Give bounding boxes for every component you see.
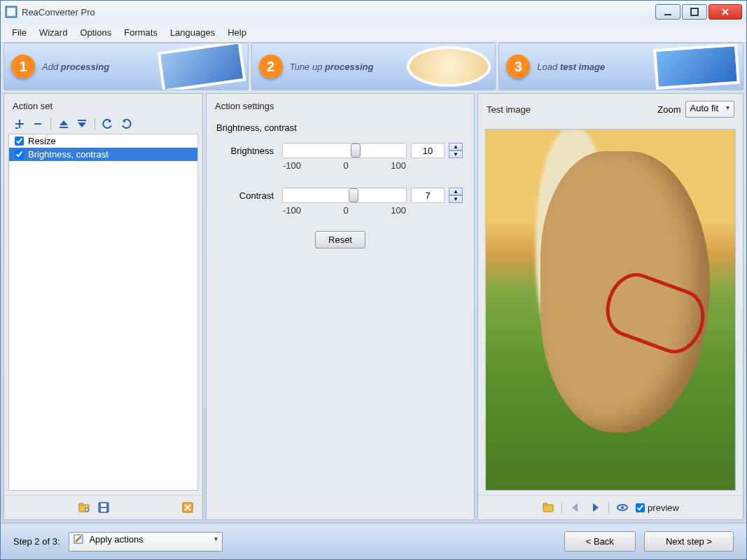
menu-options[interactable]: Options bbox=[74, 26, 117, 39]
contrast-spin-up[interactable]: ▲ bbox=[449, 188, 463, 195]
action-item-resize-label: Resize bbox=[28, 136, 56, 146]
move-down-icon[interactable] bbox=[76, 118, 88, 130]
brightness-row: Brightness -100 0 100 ▲ ▼ bbox=[216, 143, 464, 158]
action-settings-panel: Action settings Brightness, contrast Bri… bbox=[206, 93, 475, 520]
svg-rect-10 bbox=[60, 127, 68, 128]
step-counter: Step 2 of 3: bbox=[13, 536, 60, 547]
redo-icon[interactable] bbox=[120, 118, 132, 130]
move-up-icon[interactable] bbox=[58, 118, 69, 130]
undo-icon[interactable] bbox=[102, 118, 113, 130]
menu-help[interactable]: Help bbox=[222, 26, 252, 39]
preview-toggle[interactable]: preview bbox=[636, 503, 679, 513]
action-settings-section: Brightness, contrast bbox=[216, 122, 464, 133]
step-dropdown[interactable]: Apply actions bbox=[69, 532, 223, 552]
action-item-brightness-contrast-checkbox[interactable] bbox=[15, 150, 24, 159]
test-image-header: Test image Zoom Auto fit bbox=[478, 94, 743, 125]
action-settings-header: Action settings bbox=[207, 94, 474, 118]
brightness-label: Brightness bbox=[216, 146, 278, 156]
svg-marker-9 bbox=[60, 120, 68, 125]
menubar: File Wizard Options Formats Languages He… bbox=[1, 23, 746, 43]
contrast-thumb bbox=[349, 188, 358, 202]
test-image-footer: preview bbox=[478, 495, 743, 519]
svg-rect-11 bbox=[78, 120, 86, 121]
prev-image-icon[interactable] bbox=[569, 501, 582, 514]
step-3-number: 3 bbox=[506, 55, 530, 78]
test-image-title: Test image bbox=[487, 104, 531, 115]
action-list: Resize Brightness, contrast bbox=[8, 134, 198, 491]
brightness-value[interactable] bbox=[411, 143, 445, 158]
close-button[interactable] bbox=[708, 4, 742, 20]
contrast-row: Contrast -100 0 100 ▲ ▼ bbox=[216, 188, 464, 203]
svg-rect-21 bbox=[101, 503, 106, 507]
contrast-spin-down[interactable]: ▼ bbox=[449, 195, 463, 203]
svg-point-31 bbox=[621, 506, 624, 509]
step-1-art bbox=[157, 43, 246, 90]
zoom-label: Zoom bbox=[657, 104, 680, 115]
back-button[interactable]: < Back bbox=[564, 531, 636, 552]
titlebar: ReaConverter Pro bbox=[1, 1, 746, 23]
maximize-button[interactable] bbox=[682, 4, 707, 20]
menu-file[interactable]: File bbox=[6, 26, 32, 39]
action-item-brightness-contrast[interactable]: Brightness, contrast bbox=[9, 148, 197, 161]
open-image-icon[interactable] bbox=[542, 501, 554, 514]
brightness-slider[interactable]: -100 0 100 bbox=[282, 143, 407, 158]
step-1-number: 1 bbox=[11, 55, 35, 78]
action-item-brightness-contrast-label: Brightness, contrast bbox=[28, 149, 109, 160]
action-item-resize[interactable]: Resize bbox=[9, 134, 197, 148]
load-set-icon[interactable] bbox=[78, 501, 90, 514]
svg-rect-3 bbox=[691, 8, 698, 15]
svg-rect-27 bbox=[543, 503, 547, 505]
step-2-header: 2 Tune up processing bbox=[251, 43, 496, 90]
add-action-icon[interactable] bbox=[14, 118, 25, 130]
refresh-preview-icon[interactable] bbox=[616, 501, 629, 514]
contrast-value[interactable] bbox=[411, 188, 445, 203]
svg-marker-28 bbox=[572, 503, 578, 512]
next-image-icon[interactable] bbox=[589, 501, 601, 514]
action-settings-body: Brightness, contrast Brightness -100 0 1… bbox=[207, 118, 474, 519]
action-set-title: Action set bbox=[13, 101, 53, 111]
save-set-icon[interactable] bbox=[97, 501, 110, 514]
step-3-label: Load test image bbox=[537, 62, 605, 72]
clear-set-icon[interactable] bbox=[181, 501, 194, 514]
reset-button[interactable]: Reset bbox=[315, 231, 365, 248]
zoom-select[interactable]: Auto fit bbox=[685, 101, 734, 118]
menu-languages[interactable]: Languages bbox=[165, 26, 221, 39]
action-item-resize-checkbox[interactable] bbox=[15, 136, 24, 146]
step-header-row: 1 Add processing 2 Tune up processing 3 … bbox=[1, 43, 746, 90]
window-title: ReaConverter Pro bbox=[22, 7, 95, 18]
step-2-number: 2 bbox=[259, 55, 283, 78]
brightness-spinner: ▲ ▼ bbox=[449, 143, 463, 158]
action-set-toolbar bbox=[4, 118, 202, 134]
action-set-header: Action set bbox=[4, 94, 202, 118]
app-window: ReaConverter Pro File Wizard Options For… bbox=[0, 0, 747, 560]
step-1-header: 1 Add processing bbox=[4, 43, 249, 90]
step-3-header: 3 Load test image bbox=[498, 43, 743, 90]
brightness-spin-down[interactable]: ▼ bbox=[449, 150, 463, 158]
step-3-art bbox=[653, 43, 740, 90]
contrast-slider[interactable]: -100 0 100 bbox=[282, 188, 407, 203]
preview-checkbox[interactable] bbox=[636, 503, 645, 512]
svg-rect-16 bbox=[79, 503, 83, 505]
bottom-bar: Step 2 of 3: Apply actions < Back Next s… bbox=[1, 523, 746, 559]
action-set-footer bbox=[4, 495, 202, 519]
minimize-button[interactable] bbox=[655, 4, 680, 20]
svg-marker-29 bbox=[593, 503, 599, 512]
brightness-thumb bbox=[351, 144, 361, 158]
next-button[interactable]: Next step > bbox=[644, 531, 734, 552]
brightness-spin-up[interactable]: ▲ bbox=[449, 143, 463, 150]
step-2-label: Tune up processing bbox=[290, 62, 374, 72]
step-1-label: Add processing bbox=[42, 62, 109, 72]
contrast-label: Contrast bbox=[216, 190, 278, 201]
step-2-art bbox=[407, 46, 491, 87]
preview-image[interactable] bbox=[485, 129, 736, 491]
main-columns: Action set Resize Brightness, c bbox=[1, 90, 746, 523]
action-set-panel: Action set Resize Brightness, c bbox=[4, 93, 203, 520]
menu-wizard[interactable]: Wizard bbox=[34, 26, 73, 39]
svg-rect-2 bbox=[664, 14, 671, 15]
remove-action-icon[interactable] bbox=[32, 118, 43, 130]
menu-formats[interactable]: Formats bbox=[118, 26, 163, 39]
contrast-spinner: ▲ ▼ bbox=[449, 188, 463, 203]
action-settings-title: Action settings bbox=[215, 101, 274, 111]
pencil-icon bbox=[74, 534, 83, 544]
test-image-panel: Test image Zoom Auto fit bbox=[477, 93, 743, 520]
